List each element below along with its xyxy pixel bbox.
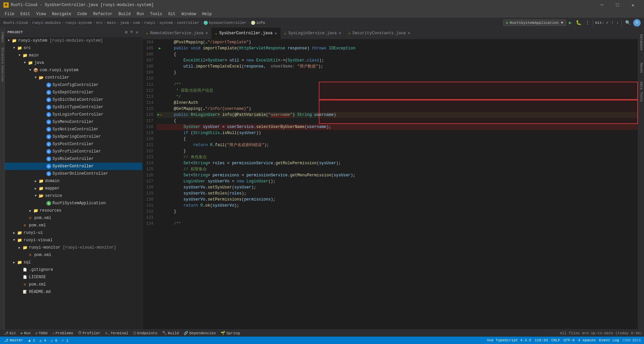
tab-sysloginservice[interactable]: ☕ SysLoginService.java ✕ [281,28,345,39]
tree-item-syslogininforcontroller[interactable]: C SysLoginforController [5,111,142,118]
tree-item-domain[interactable]: ▶ 📁 domain [5,177,142,185]
vue-ts-version[interactable]: Vue TypeScript 4.3.5 [487,338,531,342]
tab-sysusercontroller[interactable]: ☕ SysUserController.java ✕ [212,28,280,39]
menu-edit[interactable]: Edit [18,11,33,17]
tree-item-pom-monitor[interactable]: m pom.xml [5,251,142,259]
git-branch-indicator[interactable]: ⎇ master [3,338,25,343]
breadcrumb-info[interactable]: info [256,21,265,25]
menu-refactor[interactable]: Refactor [90,11,115,17]
tree-item-main[interactable]: ▼ 📁 main [5,52,142,59]
tree-item-sysprofilecontroller[interactable]: C SysProfileController [5,148,142,155]
tree-item-readme[interactable]: 📝 README.md [5,288,142,296]
tree-item-sysuseronlinecontroller[interactable]: C SysUserOnlineController [5,170,142,177]
tree-item-mapper[interactable]: ▶ 📁 mapper [5,185,142,192]
event-log[interactable]: Event Log [599,338,619,342]
sidebar-collapse-btn[interactable]: ≡ [129,30,134,35]
tree-item-gitignore[interactable]: 📄 .gitignore [5,266,142,273]
bb-terminal[interactable]: >_ Terminal [103,330,130,337]
tree-item-src[interactable]: ▼ 📁 src [5,44,142,52]
breadcrumb-java[interactable]: java [120,21,129,25]
activity-structure[interactable]: Structure [0,47,4,64]
breadcrumb-main[interactable]: main [107,21,116,25]
tree-item-resources[interactable]: ▶ 📁 resources [5,207,142,214]
menu-navigate[interactable]: Navigate [49,11,74,17]
line-separator[interactable]: CRLF [551,338,560,342]
warnings-indicator[interactable]: ▲ 2 △ 4 ⚠ 6 ✓ 1 [27,338,70,343]
sidebar-close-btn[interactable]: ✕ [134,30,140,35]
bb-profiler[interactable]: ⏱ Profiler [76,330,103,337]
encoding[interactable]: UTF-8 [564,338,575,342]
tree-item-sysrolecontroller[interactable]: C SysRoleController [5,155,142,163]
tree-item-sql[interactable]: ▶ 📁 sql [5,259,142,266]
code-editor[interactable]: 104 @PostMapping(☁"/importTemplate") 105… [143,39,638,329]
search-btn[interactable]: 🔍 [624,19,632,26]
bb-todo[interactable]: ☑ TODO [33,330,49,337]
tab-close-sysloginservice[interactable]: ✕ [339,31,341,36]
sidebar-settings-btn[interactable]: ⚙ [124,30,129,35]
bb-git[interactable]: ⎇ Git [2,330,18,337]
tree-item-sysusercontroller[interactable]: C SysUserController [5,163,142,170]
toolbar-run-btn[interactable]: ▶ [568,19,573,26]
tree-item-sysoperlogcontroller[interactable]: C SysOperlogController [5,133,142,140]
bb-dependencies[interactable]: 🔗 Dependencies [182,330,218,337]
tree-item-java[interactable]: ▼ 📁 java [5,59,142,67]
tree-item-package[interactable]: ▼ 📦 com.ruoyi.system [5,67,142,74]
tree-item-pom-outer[interactable]: m pom.xml [5,222,142,229]
menu-build[interactable]: Build [116,11,133,17]
tab-close-remoteuserservice[interactable]: ✕ [205,31,208,36]
breadcrumb-controller[interactable]: controller [177,21,199,25]
tab-close-securityconstants[interactable]: ✕ [408,31,410,36]
breadcrumb-ruoyi-cloud[interactable]: RuoYi-Cloud [3,21,28,25]
git-push-btn[interactable]: ↑ [611,20,614,26]
menu-tools[interactable]: Tools [147,11,165,17]
menu-window[interactable]: Window [179,11,199,17]
tree-item-sysmenucontroller[interactable]: C SysMenuController [5,118,142,126]
menu-help[interactable]: Help [199,11,215,17]
breadcrumb-ruoyi-modules[interactable]: ruoyi-modules [32,21,61,25]
tree-item-controller[interactable]: ▼ 📂 controller [5,74,142,81]
minimize-btn[interactable]: ─ [594,0,610,10]
tree-item-sysdictdatacontroller[interactable]: C SysDictDataController [5,96,142,103]
toolbar-debug-btn[interactable]: 🐛 [574,19,583,26]
tree-item-ruoyi-monitor[interactable]: ▶ 📁 ruoyi-monitor [ruoyi-visual-monitor] [5,244,142,251]
tree-item-sysnoticecontroller[interactable]: C SysNoticeController [5,126,142,133]
tree-item-license[interactable]: 📄 LICENSE [5,273,142,281]
menu-view[interactable]: View [34,11,49,17]
right-panel-data-tools[interactable]: Data Tools [639,80,644,103]
toolbar-more-btn[interactable]: ⋮ [584,19,591,26]
menu-git[interactable]: Git [165,11,178,17]
breadcrumb-src[interactable]: src [96,21,103,25]
tree-item-ruoyi-system[interactable]: ▼ 📁 ruoyi-system [ruoyi-modules-system] [5,37,142,44]
bb-endpoints[interactable]: ⬡ Endpoints [131,330,159,337]
git-pull-btn[interactable]: ↓ [616,20,619,26]
bb-run[interactable]: ▶ Run [19,330,33,337]
tree-item-ruoyi-visual[interactable]: ▼ 📁 ruoyi-visual [5,236,142,244]
maximize-btn[interactable]: □ [610,0,625,10]
right-panel-maven[interactable]: Maven [639,58,644,78]
tree-item-syspostcontroller[interactable]: C SysPostController [5,140,142,148]
tree-item-sysdeptcontroller[interactable]: C SysDeptController [5,89,142,96]
bb-problems[interactable]: ⚠ Problems [50,330,75,337]
activity-favorites[interactable]: Favorites [0,65,4,82]
tab-close-sysusercontroller[interactable]: ✕ [274,31,277,36]
tree-item-pom-root[interactable]: m pom.xml [5,281,142,288]
right-panel-database[interactable]: Database [639,29,644,56]
indent-info[interactable]: 4 spaces [578,338,596,342]
breadcrumb-ruoyi-system[interactable]: ruoyi-system [65,21,92,25]
activity-commit[interactable]: Commit [0,29,4,46]
tab-remoteuserservice[interactable]: ☕ RemoteUserService.java ✕ [143,28,212,39]
breadcrumb-com[interactable]: com [133,21,140,25]
tree-item-ruoyi-ui[interactable]: ▶ 📁 ruoyi-ui [5,229,142,236]
breadcrumb-SysUserController[interactable]: SysUserController [209,21,247,25]
bb-build[interactable]: 🔨 Build [160,330,181,337]
user-avatar[interactable]: U [633,19,641,27]
close-btn[interactable]: ✕ [625,0,641,10]
run-config-selector[interactable]: ▶ RuoYiSystemApplication ▼ [503,19,566,26]
breadcrumb-system[interactable]: system [159,21,173,25]
menu-code[interactable]: Code [75,11,90,17]
menu-run[interactable]: Run [134,11,147,17]
tree-item-app[interactable]: A RuoYiSystemApplication [5,200,142,207]
tree-item-pom-inner[interactable]: m pom.xml [5,214,142,222]
tree-item-service[interactable]: ▼ 📂 service [5,192,142,200]
bb-spring[interactable]: 🌱 Spring [219,330,242,337]
